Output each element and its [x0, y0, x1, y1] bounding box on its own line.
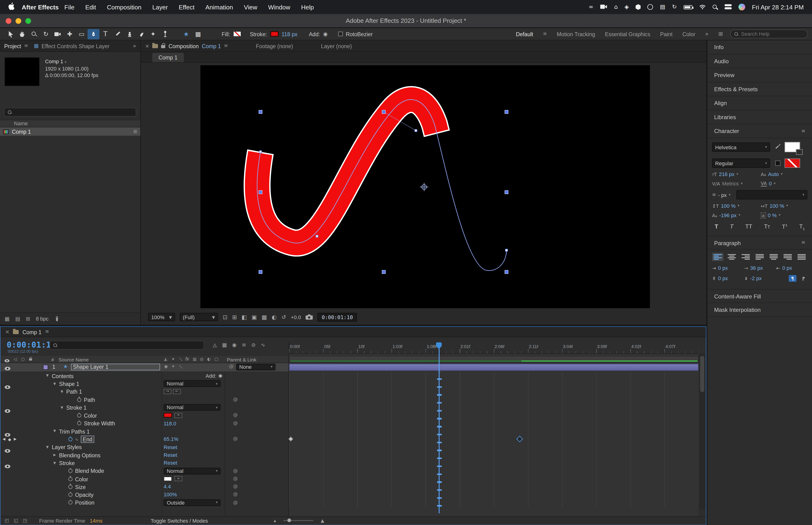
expand-in-out-icon[interactable]: ◳ — [23, 518, 27, 523]
battery-icon[interactable] — [684, 5, 692, 9]
timeline-search-input[interactable] — [60, 342, 200, 348]
layer-name[interactable]: Shape Layer 1 — [71, 363, 160, 370]
home-icon[interactable]: ⌂ — [614, 4, 618, 10]
panel-align[interactable]: Align — [707, 96, 812, 110]
font-size-value[interactable]: 216 px — [719, 171, 734, 177]
stroke-width-value[interactable]: 118.0 — [164, 420, 176, 426]
mask-visibility-icon[interactable]: ◧ — [242, 314, 247, 320]
style-color-value[interactable]: = — [164, 476, 182, 481]
twirl-down-icon[interactable]: ▼ — [53, 461, 57, 465]
composition-mini-flowchart-icon[interactable]: ◬ — [213, 342, 217, 348]
zoom-tool[interactable] — [28, 29, 40, 39]
shape-tool[interactable]: ▭ — [76, 29, 88, 39]
bbox-handle[interactable] — [505, 270, 508, 273]
type-tool[interactable]: T — [99, 29, 111, 39]
add-property-icon[interactable]: ◉ — [323, 31, 327, 36]
grammarly-icon[interactable] — [647, 4, 653, 10]
creative-cloud-icon[interactable]: ∞ — [588, 4, 593, 10]
path-vertex[interactable] — [415, 130, 417, 132]
layer-collapse-icon[interactable]: ✦ — [171, 365, 175, 369]
color-swatch-white[interactable] — [164, 476, 172, 481]
row-style-opacity[interactable]: Opacity 100% @ — [0, 491, 288, 499]
blend-mode-select[interactable]: Normal▾ — [164, 468, 220, 475]
graph-editor-icon[interactable]: ∿ — [261, 342, 265, 348]
color-options-icon[interactable]: = — [174, 476, 182, 481]
stroke-color-swatch[interactable] — [270, 31, 278, 37]
layer-duration-bar[interactable] — [289, 363, 699, 371]
menu-window[interactable]: Window — [268, 3, 290, 11]
source-name-column-header[interactable]: Source Name — [59, 357, 89, 363]
blend-mode-select[interactable]: Normal▾ — [164, 380, 220, 387]
parent-pickwhip-icon[interactable]: @ — [229, 364, 233, 369]
control-center-icon[interactable] — [724, 3, 732, 11]
current-timecode[interactable]: 0:00:01:10 — [7, 340, 56, 350]
twirl-down-icon[interactable]: ▼ — [46, 374, 49, 377]
bbox-handle[interactable] — [505, 191, 508, 194]
shape-red-stroke[interactable] — [257, 100, 506, 271]
text-direction-ltr-button[interactable]: ¶ — [789, 275, 796, 282]
eraser-tool[interactable] — [135, 29, 147, 39]
stroke-width-value[interactable]: 118 px — [281, 31, 297, 37]
snapshot-camera-icon[interactable] — [306, 312, 313, 322]
panel-effects-presets[interactable]: Effects & Presets — [707, 82, 812, 96]
user-avatar[interactable] — [738, 3, 745, 10]
roto-brush-tool[interactable]: ✦ — [147, 29, 159, 39]
zoom-in-mountain-icon[interactable]: ▲ — [321, 518, 324, 523]
panel-paragraph[interactable]: Paragraph≡ — [707, 236, 812, 250]
exposure-value[interactable]: +0.0 — [291, 314, 301, 320]
anchor-point[interactable] — [420, 183, 428, 191]
workspace-overflow-icon[interactable]: » — [705, 31, 708, 37]
honey-icon[interactable] — [635, 4, 641, 10]
draft-3d-icon[interactable]: ▦ — [222, 342, 227, 348]
panel-libraries[interactable]: Libraries — [707, 110, 812, 124]
add-keyframe-icon[interactable]: ◆ — [8, 437, 11, 442]
stopwatch-icon[interactable] — [77, 414, 81, 418]
next-keyframe-icon[interactable]: ▶ — [14, 437, 17, 441]
justify-last-center-button[interactable] — [768, 253, 779, 261]
workspace-grid-icon[interactable]: ⊞ — [718, 31, 723, 37]
transparency-grid-icon[interactable]: ▩ — [262, 314, 267, 320]
pickwhip-icon[interactable]: @ — [233, 469, 238, 473]
row-blending-options[interactable]: ▶Blending Options Reset — [0, 451, 288, 459]
row-style-stroke[interactable]: ▼Stroke Reset — [0, 459, 288, 467]
workspace-default[interactable]: Default — [516, 31, 533, 37]
reset-link[interactable]: Reset — [164, 444, 177, 450]
tab-composition[interactable]: Composition — [168, 43, 199, 49]
zoom-window-button[interactable] — [25, 18, 31, 24]
row-path-1[interactable]: ▼Path 1 →← — [0, 388, 288, 396]
zoom-slider-knob[interactable] — [288, 519, 291, 522]
timeline-scrollbar[interactable] — [699, 354, 705, 509]
panel-mask-interpolation[interactable]: Mask Interpolation — [707, 303, 812, 317]
expand-transfer-controls-icon[interactable]: ◱ — [14, 518, 18, 523]
menu-help[interactable]: Help — [301, 3, 314, 11]
stopwatch-icon[interactable] — [77, 421, 81, 425]
interpret-footage-icon[interactable]: ▦ — [5, 316, 10, 321]
menu-effect[interactable]: Effect — [179, 3, 195, 11]
hand-tool[interactable] — [16, 29, 28, 39]
tool-creates-mask-icon[interactable]: ▦ — [192, 29, 204, 39]
menu-bar-clock[interactable]: Fri Apr 28 2:14 PM — [752, 3, 804, 11]
color-management-icon[interactable]: ◐ — [272, 314, 277, 320]
style-opacity-value[interactable]: 100% — [164, 492, 177, 497]
parent-link-column-header[interactable]: Parent & Link — [227, 357, 256, 363]
graph-toggle-icon[interactable]: ∿ — [75, 437, 79, 441]
superscript-button[interactable]: T1 — [782, 223, 787, 230]
panel-info[interactable]: Info — [707, 41, 812, 55]
index-column-header[interactable]: # — [51, 357, 54, 363]
screen-record-icon[interactable] — [600, 3, 607, 11]
layer-visibility-eye-icon[interactable] — [5, 365, 10, 371]
pen-tool[interactable] — [88, 29, 99, 39]
stopwatch-active-icon[interactable] — [68, 437, 73, 441]
tab-project[interactable]: Project — [4, 43, 21, 49]
stopwatch-icon[interactable] — [68, 493, 73, 497]
wifi-icon[interactable] — [699, 3, 706, 11]
project-panel-menu-icon[interactable]: ≡ — [24, 44, 28, 48]
align-left-button[interactable] — [712, 253, 723, 261]
stopwatch-icon[interactable] — [68, 500, 73, 505]
horizontal-scale-value[interactable]: 100 % — [769, 203, 784, 209]
row-stroke-color[interactable]: Color = @ — [0, 411, 288, 419]
tab-composition-comp-name[interactable]: Comp 1 — [202, 43, 221, 49]
resolution-select[interactable]: (Full)▾ — [180, 313, 218, 321]
bbox-handle[interactable] — [382, 110, 385, 114]
parent-select[interactable]: None▾ — [236, 363, 276, 370]
